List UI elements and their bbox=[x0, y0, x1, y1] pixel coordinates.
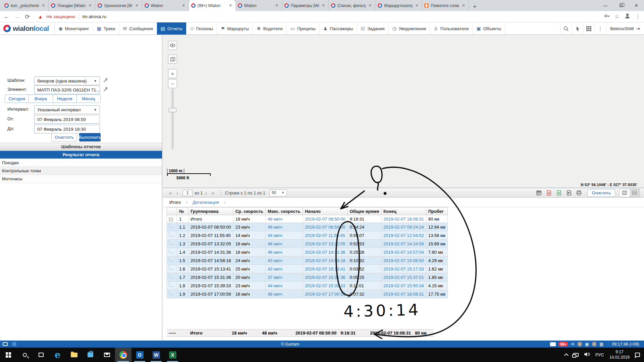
report-clear-button[interactable]: Очистить bbox=[587, 189, 615, 197]
zoom-slider-handle[interactable] bbox=[169, 108, 176, 112]
quick-range-сегодня[interactable]: Сегодня bbox=[5, 95, 29, 103]
tray-chevron-up-icon[interactable] bbox=[564, 353, 569, 358]
cell-max-speed[interactable]: 48 км/ч bbox=[266, 290, 303, 298]
cell-max-speed[interactable]: 44 км/ч bbox=[266, 231, 303, 240]
cell-max-speed[interactable]: 43 км/ч bbox=[266, 265, 303, 273]
cell-start[interactable]: 2019-02-07 11:55:45 bbox=[303, 231, 347, 240]
template-wrench-icon[interactable] bbox=[103, 77, 109, 84]
footer-monitor-icon[interactable] bbox=[3, 342, 8, 346]
cell-start[interactable]: 2019-02-07 15:13:41 bbox=[303, 265, 347, 273]
browser-tab[interactable]: Параметры [Wialo✕ bbox=[282, 0, 329, 11]
cell-max-speed[interactable]: 46 км/ч bbox=[266, 223, 303, 231]
nav-item-trailers[interactable]: ▭Прицепы bbox=[287, 22, 320, 35]
grid-status-icon[interactable]: ▦ bbox=[599, 342, 603, 347]
map-view-icon[interactable] bbox=[620, 189, 630, 197]
minimize-icon[interactable]: — bbox=[598, 0, 613, 11]
cell-start[interactable]: 2019-02-07 08:50:00 bbox=[303, 223, 347, 231]
table-row[interactable]: −1Итого18 км/ч48 км/ч2019-02-07 08:50:00… bbox=[167, 215, 448, 223]
cell-start[interactable]: 2019-02-07 14:58:18 bbox=[303, 256, 347, 265]
cell-max-speed[interactable]: 46 км/ч bbox=[266, 248, 303, 256]
last-page-icon[interactable]: » bbox=[209, 190, 216, 196]
cell-start[interactable]: 2019-02-07 13:32:05 bbox=[303, 240, 347, 248]
bookmark-star-icon[interactable]: ☆ bbox=[614, 13, 620, 20]
close-icon[interactable]: ✕ bbox=[629, 0, 644, 11]
taskbar-mail-icon[interactable] bbox=[99, 348, 115, 362]
nav-item-jobs[interactable]: ☑Задания bbox=[357, 22, 389, 35]
cell-start[interactable]: 2019-02-07 17:00:59 bbox=[303, 290, 347, 298]
execute-button[interactable]: Выполнить bbox=[79, 133, 101, 141]
key-icon[interactable] bbox=[604, 13, 610, 20]
taskbar-start-icon[interactable] bbox=[0, 348, 16, 362]
url-text[interactable]: tm.alrosa.ru bbox=[83, 14, 106, 19]
table-row[interactable]: 1.82019-02-07 15:39:3323 км/ч44 км/ч2019… bbox=[167, 282, 448, 290]
report-tab-итого[interactable]: Итого bbox=[168, 200, 182, 205]
next-page-icon[interactable]: › bbox=[203, 190, 209, 196]
speaker-icon[interactable] bbox=[584, 352, 590, 358]
column-header[interactable]: Группировка bbox=[189, 207, 233, 215]
report-list-item[interactable]: Поездки bbox=[0, 159, 162, 167]
section-report-result[interactable]: Результат отчета bbox=[0, 151, 162, 159]
table-row[interactable]: 1.62019-02-07 15:13:4125 км/ч43 км/ч2019… bbox=[167, 265, 448, 273]
nav-item-notifications[interactable]: ◷Уведомления bbox=[389, 22, 430, 35]
nav-item-drivers[interactable]: ☸Водители bbox=[253, 22, 286, 35]
quick-range-месяц[interactable]: Месяц bbox=[76, 95, 101, 103]
cell-start[interactable]: 2019-02-07 08:50:00 bbox=[303, 215, 347, 223]
browser-tab[interactable]: Хронология [Wial✕ bbox=[95, 0, 142, 11]
table-row[interactable]: 1.22019-02-07 11:55:4514 км/ч44 км/ч2019… bbox=[167, 231, 448, 240]
browser-tab[interactable]: (99+) Wialon✕ bbox=[189, 0, 235, 11]
action-center-icon[interactable] bbox=[635, 353, 640, 357]
from-input[interactable]: 07 Февраль 2019 08:50 bbox=[34, 115, 100, 124]
page-input[interactable]: 1 bbox=[182, 190, 193, 196]
column-header[interactable]: Пробег bbox=[426, 207, 447, 215]
table-row[interactable]: 1.52019-02-07 14:58:1824 км/ч43 км/ч2019… bbox=[167, 256, 448, 265]
cell-start[interactable]: 2019-02-07 15:31:36 bbox=[303, 273, 347, 282]
tab-close-icon[interactable]: ✕ bbox=[274, 3, 279, 8]
table-row[interactable]: 1.92019-02-07 17:00:5916 км/ч48 км/ч2019… bbox=[167, 290, 448, 298]
browser-tab[interactable]: kon._polozhenie [W✕ bbox=[2, 0, 49, 11]
tab-close-icon[interactable]: ✕ bbox=[461, 3, 466, 8]
tab-close-icon[interactable]: ✕ bbox=[414, 3, 419, 8]
taskbar-task-view-icon[interactable] bbox=[33, 348, 49, 362]
interval-select[interactable]: Указанный интервал▼ bbox=[34, 105, 100, 114]
warning-triangle-icon[interactable]: ▲ bbox=[38, 14, 43, 19]
column-header[interactable]: Конец bbox=[381, 207, 426, 215]
eye-icon[interactable] bbox=[168, 41, 177, 50]
sidebar-clear-button[interactable]: Очистить bbox=[51, 133, 77, 141]
nav-item-units[interactable]: ▣Объекты bbox=[473, 22, 505, 35]
nav-item-passengers[interactable]: ♟Пассажиры bbox=[320, 22, 357, 35]
browser-tab[interactable]: Помогите сложить✕ bbox=[422, 0, 469, 11]
table-row[interactable]: 1.12019-02-07 08:50:0023 км/ч46 км/ч2019… bbox=[167, 223, 448, 231]
first-page-icon[interactable]: « bbox=[167, 190, 174, 196]
cell-end[interactable]: 2019-02-07 14:57:04 bbox=[381, 248, 426, 256]
cell-max-speed[interactable]: 37 км/ч bbox=[266, 273, 303, 282]
table-row[interactable]: 1.72019-02-07 15:31:3620 км/ч37 км/ч2019… bbox=[167, 273, 448, 282]
cell-end[interactable]: 2019-02-07 09:24:24 bbox=[381, 223, 426, 231]
cell-max-speed[interactable]: 46 км/ч bbox=[266, 240, 303, 248]
nav-item-monitoring[interactable]: ◉Мониторинг bbox=[55, 22, 93, 35]
cell-end[interactable]: 2019-02-07 15:08:50 bbox=[381, 256, 426, 265]
cell-start[interactable]: 2019-02-07 15:39:33 bbox=[303, 282, 347, 290]
section-report-templates[interactable]: Шаблоны отчетов bbox=[0, 143, 162, 150]
to-input[interactable]: 07 Февраль 2019 18:30 bbox=[34, 125, 100, 133]
tab-close-icon[interactable]: ✕ bbox=[41, 3, 46, 8]
nav-item-geofences[interactable]: ◇Геозоны bbox=[186, 22, 217, 35]
browser-tab[interactable]: Поездки [Wialon L✕ bbox=[49, 0, 95, 11]
taskbar-edge-icon[interactable]: e bbox=[49, 348, 66, 362]
template-select[interactable]: бекиров (одна машина)▼ bbox=[34, 76, 100, 85]
map-source-icon[interactable] bbox=[168, 55, 177, 64]
cell-max-speed[interactable]: 43 км/ч bbox=[266, 256, 303, 265]
browser-tab[interactable]: Списки, фильтры,✕ bbox=[329, 0, 375, 11]
nav-item-messages[interactable]: ✉Сообщения bbox=[119, 22, 157, 35]
cell-end[interactable]: 2019-02-07 12:54:52 bbox=[381, 231, 426, 240]
panel-icon[interactable] bbox=[550, 342, 556, 346]
cell-max-speed[interactable]: 44 км/ч bbox=[266, 282, 303, 290]
url-field[interactable]: ▲ Не защищено tm.alrosa.ru bbox=[35, 12, 599, 21]
browser-menu-icon[interactable]: ⋮ bbox=[635, 13, 641, 20]
unit-wrench-icon[interactable] bbox=[103, 86, 109, 93]
tab-close-icon[interactable]: ✕ bbox=[181, 3, 186, 8]
tab-close-icon[interactable]: ✕ bbox=[228, 3, 233, 8]
taskbar-outlook-icon[interactable]: O bbox=[131, 348, 148, 362]
back-icon[interactable]: ← bbox=[3, 13, 9, 20]
report-tab-детализация[interactable]: Детализация bbox=[191, 200, 220, 205]
print-icon[interactable] bbox=[575, 189, 583, 197]
